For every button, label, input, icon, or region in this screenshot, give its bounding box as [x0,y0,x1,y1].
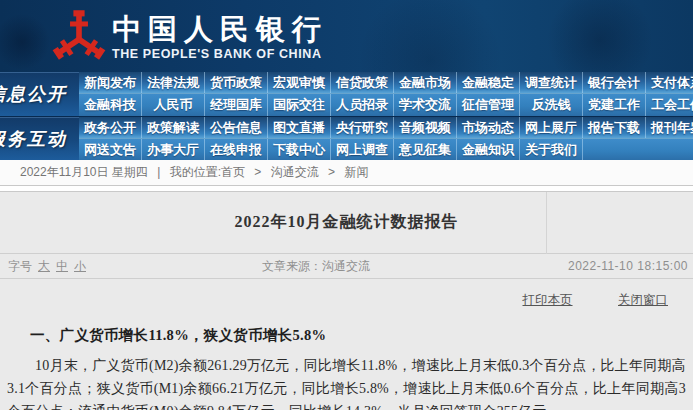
nav-menu-item[interactable]: 法律法规 [142,72,205,93]
nav-row-4: 网送文告办事大厅在线申报下载中心网上调查意见征集金融知识关于我们 [79,139,693,160]
font-size-control: 字号大中小 [8,254,86,278]
breadcrumb-home-link[interactable]: 我的位置:首页 [170,165,245,179]
nav-row-3: 政务公开政策解读公告信息图文直播央行研究音频视频市场动态网上展厅报告下载报刊年鉴 [79,117,693,139]
nav-menu-item[interactable]: 报刊年鉴 [646,117,693,138]
nav-menu-item[interactable]: 宏观审慎 [268,72,331,93]
nav-menu-item[interactable]: 网上调查 [331,139,394,160]
nav-menu-item[interactable]: 党建工作 [583,94,646,116]
nav-menu-item[interactable]: 金融稳定 [457,72,520,93]
close-window-button[interactable]: 关闭窗口 [618,293,668,307]
article-title: 2022年10月金融统计数据报告 [0,192,693,232]
site-title-chinese: 中国人民银行 [112,12,328,46]
nav-menu-item[interactable]: 公告信息 [205,117,268,138]
column-divider [546,192,547,254]
nav-menu-item[interactable]: 信贷政策 [331,72,394,93]
article-paragraph: 10月末，广义货币(M2)余额261.29万亿元，同比增长11.8%，增速比上月… [7,354,686,410]
nav-menu-item[interactable]: 经理国库 [205,94,268,116]
article-meta-bar: 字号大中小 文章来源：沟通交流 2022-11-10 18:15:00 [0,254,693,279]
nav-menu-item[interactable]: 学术交流 [394,94,457,116]
nav-menu-item[interactable]: 调查统计 [520,72,583,93]
nav-group-label-info[interactable]: 信息公开 [0,72,79,116]
nav-menu-item[interactable]: 网上展厅 [520,117,583,138]
current-date: 2022年11月10日 星期四 [20,165,148,179]
nav-menu-item[interactable]: 图文直播 [268,117,331,138]
nav-menu-item[interactable]: 市场动态 [457,117,520,138]
article-source: 文章来源：沟通交流 [262,254,370,278]
nav-menu-item[interactable]: 办事大厅 [142,139,205,160]
pboc-webpage: 中国人民银行 THE PEOPLE'S BANK OF CHINA 信息公开 新… [0,0,693,410]
nav-group-information: 信息公开 新闻发布法律法规货币政策宏观审慎信贷政策金融市场金融稳定调查统计银行会… [0,72,693,116]
nav-group-services: 服务互动 政务公开政策解读公告信息图文直播央行研究音频视频市场动态网上展厅报告下… [0,116,693,160]
nav-row-2: 金融科技人民币经理国库国际交往人员招录学术交流征信管理反洗钱党建工作工会工作 [79,94,693,116]
nav-menu-item[interactable]: 报告下载 [583,117,646,138]
nav-menu-item[interactable]: 货币政策 [205,72,268,93]
article-actions: 打印本页 关闭窗口 [0,279,693,309]
nav-menu-item[interactable]: 新闻发布 [79,72,142,93]
nav-row-1: 新闻发布法律法规货币政策宏观审慎信贷政策金融市场金融稳定调查统计银行会计支付体系 [79,72,693,94]
nav-menu-item[interactable]: 银行会计 [583,72,646,93]
pboc-logo-icon [50,8,108,68]
nav-menu-item[interactable]: 反洗钱 [520,94,583,116]
breadcrumb-arrow: > [254,165,261,179]
breadcrumb: 2022年11月10日 星期四 | 我的位置:首页 > 沟通交流 > 新闻 [0,160,693,186]
nav-menu-item[interactable]: 国际交往 [268,94,331,116]
article-content: 2022年10月金融统计数据报告 字号大中小 文章来源：沟通交流 2022-11… [0,191,693,410]
section-heading: 一、广义货币增长11.8%，狭义货币增长5.8% [6,326,687,345]
nav-group-label-services[interactable]: 服务互动 [0,117,79,160]
nav-menu-item[interactable]: 关于我们 [520,139,583,160]
nav-menu-item[interactable]: 在线申报 [205,139,268,160]
font-size-label: 字号 [8,259,32,273]
nav-menu-item[interactable]: 人员招录 [331,94,394,116]
breadcrumb-separator: | [157,165,160,179]
nav-menu-item[interactable]: 网送文告 [79,139,142,160]
article-datetime: 2022-11-10 18:15:00 [568,254,688,278]
font-size-large-button[interactable]: 大 [38,259,50,273]
nav-menu-item[interactable]: 政策解读 [142,117,205,138]
nav-menu-item[interactable]: 金融科技 [79,94,142,116]
nav-menu-item[interactable]: 征信管理 [457,94,520,116]
nav-menu-item[interactable]: 下载中心 [268,139,331,160]
nav-menu-item[interactable]: 意见征集 [394,139,457,160]
nav-menu-item[interactable]: 人民币 [142,94,205,116]
font-size-small-button[interactable]: 小 [74,259,86,273]
nav-menu-item[interactable]: 音频视频 [394,117,457,138]
print-page-button[interactable]: 打印本页 [523,293,573,307]
nav-menu-item[interactable]: 政务公开 [79,117,142,138]
nav-menu-item[interactable]: 工会工作 [646,94,693,116]
site-title-english: THE PEOPLE'S BANK OF CHINA [112,47,328,61]
nav-menu-item[interactable]: 金融知识 [457,139,520,160]
site-header: 中国人民银行 THE PEOPLE'S BANK OF CHINA [0,0,693,72]
nav-menu-item[interactable]: 金融市场 [394,72,457,93]
breadcrumb-arrow: > [328,165,335,179]
main-navigation: 信息公开 新闻发布法律法规货币政策宏观审慎信贷政策金融市场金融稳定调查统计银行会… [0,72,693,160]
font-size-medium-button[interactable]: 中 [56,259,68,273]
breadcrumb-news-link[interactable]: 新闻 [344,165,368,179]
breadcrumb-section-link[interactable]: 沟通交流 [271,165,319,179]
nav-menu-item[interactable]: 支付体系 [646,72,693,93]
nav-menu-item[interactable]: 央行研究 [331,117,394,138]
